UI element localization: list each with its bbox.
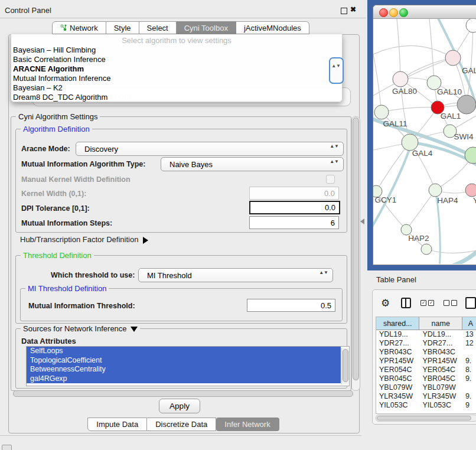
settings-horizontal-scrollbar[interactable] — [13, 390, 353, 397]
tab-cyni-toolbox[interactable]: Cyni Toolbox — [177, 21, 236, 34]
table-row[interactable]: YBL079WYBL079W — [376, 383, 476, 392]
table-row[interactable]: YDR27...YDR27...12 — [376, 339, 476, 348]
network-node[interactable] — [421, 244, 432, 255]
table-horizontal-scrollbar[interactable] — [376, 415, 476, 422]
close-traffic-light-icon[interactable] — [379, 8, 388, 17]
table-row[interactable]: YPR145WYPR145W9. — [376, 357, 476, 366]
columns-icon[interactable] — [401, 298, 411, 308]
gear-icon[interactable]: ⚙ — [381, 298, 390, 308]
algorithm-combo-focus-fragment[interactable]: ▲▼ — [329, 57, 344, 84]
table-row[interactable]: YIL053CYIL053C9 — [376, 401, 476, 410]
cyni-bottom-tabbar: Impute DataDiscretize DataInfer Network — [8, 418, 358, 431]
table-cell: 8. — [462, 366, 476, 374]
mi-steps-field[interactable]: 6 — [249, 216, 339, 229]
attribute-item[interactable]: gal4RGexp — [27, 374, 341, 384]
network-edge[interactable] — [373, 54, 382, 112]
network-node-gal[interactable] — [445, 50, 461, 66]
tab-select[interactable]: Select — [139, 21, 177, 34]
table-cell: YLR345W — [376, 392, 419, 401]
table-row[interactable]: YDL19...YDL19...13 — [376, 330, 476, 339]
new-table-icon[interactable] — [465, 297, 476, 309]
network-edge[interactable] — [406, 190, 435, 230]
attribute-item[interactable]: BetweennessCentrality — [27, 365, 341, 374]
aracne-mode-label: Aracne Mode: — [21, 145, 70, 153]
tab-jactivemnodules[interactable]: jActiveMNodules — [236, 21, 309, 34]
aracne-mode-combo[interactable]: Discovery ▲▼ — [76, 142, 344, 156]
sources-title[interactable]: Sources for Network Inference — [21, 324, 140, 333]
bottom-tab-discretize-data[interactable]: Discretize Data — [147, 418, 216, 431]
mi-algorithm-type-combo[interactable]: Naive Bayes ▲▼ — [161, 157, 344, 171]
network-node-y[interactable] — [465, 184, 476, 197]
hub-section-toggle[interactable]: Hub/Transcription Factor Definition — [20, 235, 148, 244]
network-canvas[interactable]: GALGAL80GAL10GAL1GAL11SWI4GAL4GCY1HAP4YH… — [373, 19, 476, 264]
table-cell: YDL19... — [376, 330, 419, 339]
network-node[interactable] — [466, 19, 476, 32]
column-header[interactable]: A — [462, 317, 476, 330]
network-edge[interactable] — [429, 19, 434, 83]
network-edge[interactable] — [426, 249, 476, 253]
dpi-tolerance-field[interactable]: 0.0 — [249, 201, 340, 214]
table-row[interactable]: YBR043CYBR043C — [376, 348, 476, 357]
network-node-label: GCY1 — [375, 195, 397, 204]
minimize-traffic-light-icon[interactable] — [389, 8, 398, 17]
network-node-gal80[interactable] — [393, 71, 408, 87]
algorithm-option[interactable]: Dream8 DC_TDC Algorithm — [11, 93, 342, 102]
which-threshold-value: MI Threshold — [147, 271, 192, 280]
network-node[interactable] — [457, 95, 476, 114]
network-edge-highlighted[interactable] — [390, 248, 476, 264]
mi-algorithm-type-label: Mutual Information Algorithm Type: — [21, 160, 145, 168]
table-cell: 12 — [462, 339, 476, 348]
network-edge[interactable] — [382, 107, 438, 112]
tab-network[interactable]: Network — [52, 21, 106, 34]
apply-button[interactable]: Apply — [159, 399, 200, 413]
network-node[interactable] — [465, 147, 476, 164]
algorithm-option[interactable]: Bayesian – Hill Climbing — [11, 45, 342, 55]
network-node-hap4[interactable] — [429, 184, 442, 197]
table-cell: YIL053C — [419, 401, 462, 410]
network-edge[interactable] — [373, 45, 453, 58]
zoom-traffic-light-icon[interactable] — [399, 8, 408, 17]
bottom-tab-infer-network[interactable]: Infer Network — [216, 418, 279, 431]
network-node-gal11[interactable] — [374, 105, 389, 119]
column-header[interactable]: name — [419, 317, 462, 330]
network-window-titlebar[interactable] — [373, 5, 476, 19]
select-all-columns-icon[interactable]: ✓✓ — [420, 300, 434, 306]
algorithm-option[interactable]: Mutual Information Inference — [11, 74, 342, 83]
kernel-width-field[interactable]: 0.0 — [249, 187, 339, 200]
algorithm-option[interactable]: Basic Correlation Inference — [11, 55, 342, 64]
attributes-scrollbar[interactable] — [341, 348, 348, 384]
network-edge[interactable] — [400, 58, 453, 79]
table-cell: 9. — [462, 357, 476, 366]
settings-vertical-scrollbar[interactable] — [351, 116, 360, 391]
manual-kernel-width-checkbox[interactable] — [326, 175, 335, 184]
attribute-item[interactable]: TopologicalCoefficient — [27, 356, 341, 366]
close-panel-icon[interactable]: ✖ — [350, 5, 356, 14]
algorithm-option[interactable]: Bayesian – K2 — [11, 83, 342, 93]
table-row[interactable]: YBR045CYBR045C9. — [376, 374, 476, 383]
attribute-item[interactable]: SelfLoops — [27, 347, 341, 356]
network-node-gal4[interactable] — [402, 134, 418, 151]
combo-stepper-icon: ▲▼ — [330, 144, 339, 149]
float-panel-icon[interactable] — [341, 8, 347, 14]
cyni-settings-title: Cyni Algorithm Settings — [16, 112, 100, 121]
table-header-row: shared...nameA — [376, 317, 476, 330]
algorithm-option[interactable]: ARACNE Algorithm — [11, 64, 342, 74]
which-threshold-combo[interactable]: MI Threshold ▲▼ — [138, 268, 333, 282]
splitter-collapse-icon[interactable] — [360, 219, 364, 224]
table-cell: YER054C — [419, 366, 462, 374]
tab-style[interactable]: Style — [106, 21, 139, 34]
dpi-tolerance-label: DPI Tolerance [0,1]: — [21, 204, 90, 213]
column-header[interactable]: shared... — [376, 317, 419, 330]
data-attributes-list[interactable]: SelfLoopsTopologicalCoefficientBetweenne… — [26, 346, 350, 386]
network-edge[interactable] — [397, 19, 400, 79]
deselect-all-columns-icon[interactable] — [444, 300, 457, 306]
table-row[interactable]: YER054CYER054C8. — [376, 366, 476, 374]
table-row[interactable]: YLR345WYLR345W9. — [376, 392, 476, 401]
aracne-mode-value: Discovery — [84, 145, 118, 154]
network-edge[interactable] — [376, 142, 410, 191]
bottom-tab-impute-data[interactable]: Impute Data — [87, 418, 147, 431]
algorithm-definition-title: Algorithm Definition — [21, 125, 92, 133]
combo-stepper-icon: ▲▼ — [319, 270, 328, 275]
collapsed-corner-button[interactable] — [2, 445, 12, 450]
mi-threshold-field[interactable]: 0.5 — [247, 299, 335, 312]
